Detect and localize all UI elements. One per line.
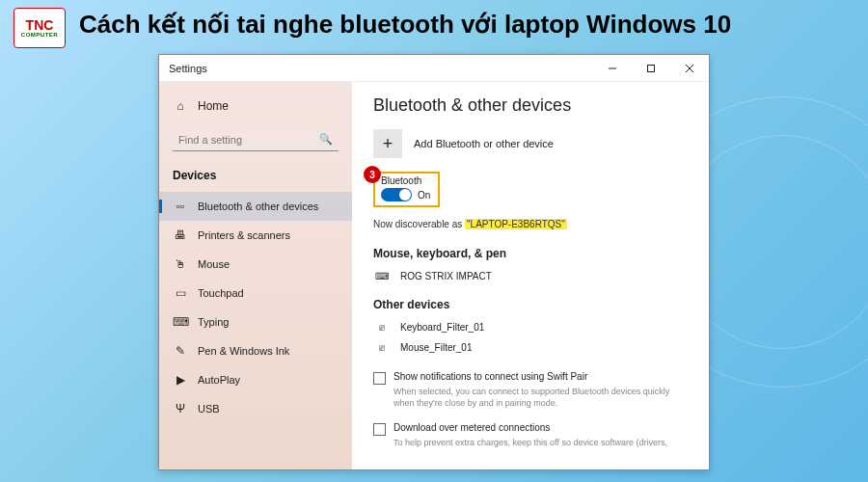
- close-button[interactable]: [670, 55, 709, 82]
- swift-pair-checkbox[interactable]: [373, 372, 386, 385]
- sidebar-item-mouse[interactable]: 🖱 Mouse: [159, 250, 352, 279]
- device-icon: ⎚: [373, 322, 391, 333]
- sidebar-item-label: Pen & Windows Ink: [198, 345, 289, 357]
- add-device-button[interactable]: +: [373, 129, 402, 158]
- sidebar-item-printers[interactable]: 🖶 Printers & scanners: [159, 221, 352, 250]
- sidebar-item-label: Printers & scanners: [198, 229, 290, 241]
- search-input[interactable]: [178, 134, 319, 146]
- swift-pair-hint: When selected, you can connect to suppor…: [393, 387, 688, 409]
- device-row[interactable]: ⎚ Mouse_Filter_01: [373, 337, 688, 358]
- sidebar-item-autoplay[interactable]: ▶ AutoPlay: [159, 365, 352, 394]
- sidebar-item-label: USB: [198, 403, 220, 415]
- logo-subtext: COMPUTER: [21, 32, 58, 38]
- touchpad-icon: ▭: [173, 286, 188, 300]
- maximize-button[interactable]: [632, 55, 670, 82]
- logo-text: TNC: [26, 18, 54, 32]
- minimize-button[interactable]: [593, 55, 632, 82]
- svg-rect-1: [648, 65, 655, 71]
- device-name: ROG STRIX IMPACT: [400, 271, 492, 281]
- device-row[interactable]: ⎚ Keyboard_Filter_01: [373, 317, 688, 337]
- device-name: Mouse_Filter_01: [400, 342, 472, 353]
- bluetooth-toggle[interactable]: [381, 188, 412, 201]
- keyboard-device-icon: ⌨: [373, 271, 391, 281]
- step-badge: 3: [364, 166, 381, 183]
- autoplay-icon: ▶: [173, 373, 188, 387]
- home-nav[interactable]: ⌂ Home: [159, 94, 352, 119]
- metered-hint: To help prevent extra charges, keep this…: [393, 438, 688, 449]
- bluetooth-icon: ▫▫: [173, 200, 188, 213]
- bluetooth-label: Bluetooth: [381, 175, 430, 186]
- sidebar-item-label: Bluetooth & other devices: [198, 201, 318, 212]
- sidebar: ⌂ Home 🔍 Devices ▫▫ Bluetooth & other de…: [159, 82, 352, 469]
- bluetooth-state: On: [418, 190, 430, 201]
- metered-label: Download over metered connections: [393, 422, 550, 433]
- settings-window: Settings ⌂ Home 🔍 Devices ▫▫ Bluetooth &…: [158, 54, 710, 470]
- sidebar-item-label: Touchpad: [198, 287, 244, 299]
- keyboard-icon: ⌨: [173, 315, 188, 329]
- search-icon: 🔍: [319, 133, 333, 146]
- device-name-highlight: "LAPTOP-E3B6RTQS": [465, 219, 567, 229]
- bluetooth-toggle-group: 3 Bluetooth On: [373, 172, 440, 207]
- window-titlebar: Settings: [159, 55, 709, 82]
- home-icon: ⌂: [173, 99, 188, 113]
- main-content: Bluetooth & other devices + Add Bluetoot…: [352, 82, 709, 469]
- sidebar-item-typing[interactable]: ⌨ Typing: [159, 308, 352, 336]
- device-row[interactable]: ⌨ ROG STRIX IMPACT: [373, 266, 688, 286]
- section-mouse-keyboard: Mouse, keyboard, & pen: [373, 247, 688, 260]
- printer-icon: 🖶: [173, 228, 188, 242]
- device-icon: ⎚: [373, 342, 391, 353]
- discoverable-prefix: Now discoverable as: [373, 219, 465, 229]
- sidebar-item-label: Typing: [198, 316, 229, 328]
- add-device-row[interactable]: + Add Bluetooth or other device: [373, 129, 688, 158]
- section-other-devices: Other devices: [373, 298, 688, 311]
- pen-icon: ✎: [173, 344, 188, 358]
- search-box[interactable]: 🔍: [173, 128, 339, 151]
- sidebar-item-label: AutoPlay: [198, 374, 240, 386]
- metered-checkbox-row[interactable]: Download over metered connections: [373, 422, 688, 436]
- page-heading: Bluetooth & other devices: [373, 95, 688, 116]
- mouse-icon: 🖱: [173, 257, 188, 271]
- sidebar-item-touchpad[interactable]: ▭ Touchpad: [159, 279, 352, 308]
- sidebar-item-bluetooth[interactable]: ▫▫ Bluetooth & other devices: [159, 192, 352, 221]
- sidebar-item-usb[interactable]: Ψ USB: [159, 394, 352, 423]
- device-name: Keyboard_Filter_01: [400, 322, 484, 333]
- home-label: Home: [198, 99, 229, 113]
- sidebar-section-title: Devices: [159, 163, 352, 192]
- sidebar-item-label: Mouse: [198, 258, 230, 270]
- window-title: Settings: [159, 63, 593, 74]
- sidebar-item-pen[interactable]: ✎ Pen & Windows Ink: [159, 336, 352, 365]
- usb-icon: Ψ: [173, 402, 188, 415]
- window-controls: [593, 55, 709, 82]
- swift-pair-label: Show notifications to connect using Swif…: [393, 371, 587, 382]
- swift-pair-checkbox-row[interactable]: Show notifications to connect using Swif…: [373, 371, 688, 385]
- discoverable-text: Now discoverable as "LAPTOP-E3B6RTQS": [373, 219, 688, 229]
- article-title: Cách kết nối tai nghe bluetooth với lapt…: [79, 10, 731, 40]
- add-device-label: Add Bluetooth or other device: [414, 138, 554, 149]
- metered-checkbox[interactable]: [373, 423, 386, 436]
- tnc-logo: TNC COMPUTER: [14, 8, 66, 48]
